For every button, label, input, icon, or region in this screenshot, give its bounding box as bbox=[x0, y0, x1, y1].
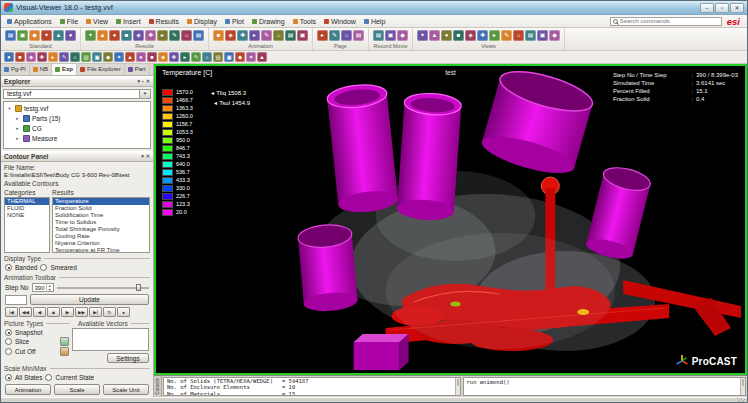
right-view-icon[interactable]: ◈ bbox=[465, 30, 476, 41]
light-icon[interactable]: ✚ bbox=[169, 52, 179, 62]
entity-list-icon[interactable]: ▣ bbox=[224, 52, 234, 62]
new-icon[interactable]: ▤ bbox=[5, 30, 16, 41]
undock-icon[interactable]: ▾ bbox=[138, 78, 141, 85]
tree-expander-icon[interactable]: ▸ bbox=[14, 136, 21, 141]
list-item[interactable]: Time to Solidus bbox=[53, 219, 149, 226]
list-item[interactable]: Temperature bbox=[53, 198, 149, 205]
fit-icon[interactable]: ◆ bbox=[549, 30, 560, 41]
fast-back-button[interactable]: ◀◀ bbox=[19, 307, 32, 317]
contour-icon[interactable]: ✦ bbox=[85, 30, 96, 41]
update-button[interactable]: Update bbox=[30, 294, 149, 305]
vectors-list[interactable] bbox=[72, 328, 149, 351]
measure-icon[interactable]: ■ bbox=[147, 52, 157, 62]
close-icon[interactable]: ✕ bbox=[146, 78, 150, 85]
menu-results[interactable]: Results bbox=[145, 15, 183, 27]
tree-expander-icon[interactable]: ▾ bbox=[6, 106, 13, 111]
front-view-icon[interactable]: ▲ bbox=[429, 30, 440, 41]
menu-window[interactable]: Window bbox=[320, 15, 360, 27]
iso-view-icon[interactable]: ✦ bbox=[417, 30, 428, 41]
background-icon[interactable]: ▤ bbox=[213, 52, 223, 62]
menu-plot[interactable]: Plot bbox=[221, 15, 248, 27]
maximize-button[interactable]: ▫ bbox=[715, 3, 729, 13]
record-icon[interactable]: ⌂ bbox=[273, 30, 284, 41]
banded-radio[interactable] bbox=[5, 264, 12, 271]
explode-icon[interactable]: ● bbox=[136, 52, 146, 62]
tab-nb[interactable]: NB bbox=[30, 64, 52, 75]
open-model-icon[interactable]: ● bbox=[4, 52, 14, 62]
list-item[interactable]: Temperature at FR Time bbox=[53, 247, 149, 253]
list-item[interactable]: Total Shrinkage Porosity bbox=[53, 226, 149, 233]
menu-file[interactable]: File bbox=[56, 15, 82, 27]
page-layout-icon[interactable]: ✎ bbox=[329, 30, 340, 41]
axis-icon[interactable]: ✎ bbox=[191, 52, 201, 62]
loop-icon[interactable]: ▤ bbox=[285, 30, 296, 41]
scale-button[interactable]: Scale bbox=[54, 384, 100, 395]
tree-item[interactable]: ▸CG bbox=[4, 123, 150, 133]
first-frame-icon[interactable]: ■ bbox=[213, 30, 224, 41]
cutoff-icon[interactable] bbox=[60, 347, 69, 356]
tab-exp[interactable]: Exp bbox=[52, 64, 77, 75]
select-box-icon[interactable]: ✎ bbox=[59, 52, 69, 62]
cutoff-radio[interactable] bbox=[5, 348, 12, 355]
pin-icon[interactable]: ▪ bbox=[142, 78, 144, 85]
loop-button[interactable]: ↻ bbox=[103, 307, 116, 317]
first-button[interactable]: |◀ bbox=[5, 307, 18, 317]
pan-icon[interactable]: ⌂ bbox=[513, 30, 524, 41]
tree-expander-icon[interactable]: ▸ bbox=[14, 126, 21, 131]
list-item[interactable]: FLUID bbox=[5, 205, 49, 212]
perspective-icon[interactable]: ▸ bbox=[180, 52, 190, 62]
console-scrollbar[interactable] bbox=[455, 378, 460, 395]
next-frame-icon[interactable]: ▸ bbox=[249, 30, 260, 41]
undo-icon[interactable]: ◈ bbox=[26, 52, 36, 62]
smeared-radio[interactable] bbox=[40, 264, 47, 271]
new-page-icon[interactable]: ▸ bbox=[317, 30, 328, 41]
menu-help[interactable]: Help bbox=[360, 15, 389, 27]
session-combo[interactable]: testg.vvf ▼ bbox=[3, 89, 151, 100]
undock-icon[interactable]: ▾ bbox=[141, 153, 144, 160]
copy-icon[interactable]: ▲ bbox=[53, 30, 64, 41]
resize-grip[interactable] bbox=[737, 398, 745, 403]
menu-insert[interactable]: Insert bbox=[112, 15, 145, 27]
cut-section-icon[interactable]: ● bbox=[109, 30, 120, 41]
slice-radio[interactable] bbox=[5, 338, 12, 345]
back-view-icon[interactable]: ● bbox=[441, 30, 452, 41]
results-list[interactable]: TemperatureFraction SolidSolidification … bbox=[52, 197, 150, 253]
last-frame-icon[interactable]: ✎ bbox=[261, 30, 272, 41]
categories-list[interactable]: THERMALFLUIDNONE bbox=[4, 197, 50, 253]
play-icon[interactable]: ✚ bbox=[237, 30, 248, 41]
list-item[interactable]: Solidification Time bbox=[53, 212, 149, 219]
command-scrollbar[interactable] bbox=[740, 378, 745, 395]
vector-icon[interactable]: ▲ bbox=[97, 30, 108, 41]
back-button[interactable]: ◀ bbox=[33, 307, 46, 317]
close-icon[interactable]: ✕ bbox=[146, 153, 150, 160]
list-item[interactable]: THERMAL bbox=[5, 198, 49, 205]
report-icon[interactable]: ⌂ bbox=[181, 30, 192, 41]
menu-tools[interactable]: Tools bbox=[289, 15, 320, 27]
annotation-icon[interactable]: ▸ bbox=[157, 30, 168, 41]
wireframe-icon[interactable]: ▣ bbox=[92, 52, 102, 62]
minimize-button[interactable]: – bbox=[700, 3, 714, 13]
animation-button[interactable]: Animation bbox=[5, 384, 51, 395]
play-button[interactable]: ▶ bbox=[61, 307, 74, 317]
hide-icon[interactable]: ⌂ bbox=[70, 52, 80, 62]
sync-icon[interactable]: ▤ bbox=[193, 30, 204, 41]
command-console[interactable]: run animend() bbox=[463, 377, 746, 396]
show-icon[interactable]: ▤ bbox=[81, 52, 91, 62]
tree-expander-icon[interactable]: ▸ bbox=[14, 116, 21, 121]
transparency-icon[interactable]: ▲ bbox=[125, 52, 135, 62]
viewport-3d[interactable]: Temperature [C] test 1570.01466.71363.31… bbox=[154, 64, 747, 375]
image-icon[interactable]: ✎ bbox=[169, 30, 180, 41]
current-state-radio[interactable] bbox=[45, 374, 52, 381]
console-tab[interactable]: Console bbox=[154, 376, 162, 397]
list-item[interactable]: Cooling Rate bbox=[53, 233, 149, 240]
top-view-icon[interactable]: ✚ bbox=[477, 30, 488, 41]
save-icon[interactable]: ◆ bbox=[29, 30, 40, 41]
settings-button[interactable]: Settings bbox=[107, 353, 149, 363]
snapshot-radio[interactable] bbox=[5, 329, 12, 336]
outline-icon[interactable]: ✦ bbox=[114, 52, 124, 62]
tree-item[interactable]: ▾testg.vvf bbox=[4, 103, 150, 113]
menu-view[interactable]: View bbox=[82, 15, 112, 27]
bottom-view-icon[interactable]: ▸ bbox=[489, 30, 500, 41]
rotate-icon[interactable]: ✎ bbox=[501, 30, 512, 41]
grid-icon[interactable]: ⌂ bbox=[202, 52, 212, 62]
